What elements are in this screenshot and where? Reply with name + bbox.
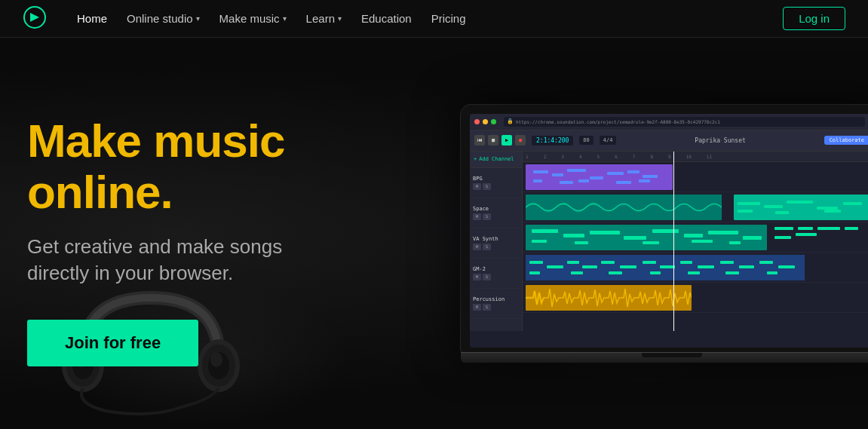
clip-3[interactable] bbox=[526, 225, 767, 250]
svg-rect-67 bbox=[767, 271, 778, 274]
svg-rect-16 bbox=[643, 175, 658, 178]
join-for-free-button[interactable]: Join for free bbox=[27, 320, 198, 366]
track-info-3: VA Synth M S bbox=[470, 228, 522, 259]
nav-item-education[interactable]: Education bbox=[354, 8, 419, 29]
clip-row-3 bbox=[523, 222, 868, 253]
chevron-down-icon: ▾ bbox=[196, 14, 200, 23]
track-info-2: Space M S bbox=[470, 198, 522, 228]
daw-bpm-display: 80 bbox=[579, 136, 593, 145]
laptop: 🔒 https://chrome.soundation.com/project/… bbox=[461, 105, 868, 363]
svg-rect-66 bbox=[725, 271, 739, 274]
solo-btn-2[interactable]: S bbox=[483, 213, 491, 220]
svg-rect-13 bbox=[590, 176, 603, 179]
svg-rect-44 bbox=[692, 240, 713, 243]
mute-btn-1[interactable]: M bbox=[473, 183, 481, 190]
track-info-4: GM-2 M S bbox=[470, 259, 522, 289]
svg-rect-58 bbox=[739, 265, 754, 268]
svg-rect-57 bbox=[720, 261, 734, 264]
play-button[interactable]: ▶ bbox=[501, 135, 512, 146]
hero-content: Make music online. Get creative and make… bbox=[0, 100, 400, 366]
track-panel: + Add Channel BPG M S bbox=[470, 152, 523, 331]
nav-item-online-studio[interactable]: Online studio ▾ bbox=[119, 8, 207, 29]
svg-rect-52 bbox=[620, 265, 636, 268]
svg-rect-36 bbox=[624, 236, 646, 240]
mute-btn-2[interactable]: M bbox=[473, 213, 481, 220]
clip-2b[interactable] bbox=[734, 195, 868, 220]
logo[interactable] bbox=[23, 5, 69, 32]
window-minimize-dot bbox=[483, 119, 488, 124]
svg-rect-35 bbox=[590, 231, 620, 234]
login-button[interactable]: Log in bbox=[783, 7, 845, 30]
nav-links: Home Online studio ▾ Make music ▾ Learn … bbox=[69, 8, 474, 29]
timeline-ruler: 1 2 3 4 5 6 7 8 9 10 bbox=[523, 152, 868, 162]
playhead bbox=[673, 152, 674, 331]
track-info-1: BPG M S bbox=[470, 168, 522, 198]
stop-button[interactable]: ■ bbox=[488, 135, 498, 146]
browser-url-bar: 🔒 https://chrome.soundation.com/project/… bbox=[504, 117, 865, 127]
svg-rect-20 bbox=[616, 181, 631, 184]
svg-rect-39 bbox=[708, 231, 738, 234]
svg-rect-45 bbox=[729, 241, 741, 244]
navbar: Home Online studio ▾ Make music ▾ Learn … bbox=[0, 0, 868, 38]
svg-rect-23 bbox=[734, 195, 868, 220]
solo-btn-1[interactable]: S bbox=[483, 183, 491, 190]
chevron-down-icon: ▾ bbox=[283, 14, 287, 23]
daw-toolbar: ⏮ ■ ▶ ● 2:1:4:200 80 4/4 Paprika Sunset … bbox=[470, 130, 868, 152]
nav-item-pricing[interactable]: Pricing bbox=[424, 8, 474, 29]
solo-btn-3[interactable]: S bbox=[483, 244, 491, 250]
svg-rect-48 bbox=[547, 265, 563, 268]
svg-rect-49 bbox=[567, 261, 579, 264]
mute-btn-4[interactable]: M bbox=[473, 274, 481, 280]
clip-5[interactable] bbox=[526, 285, 692, 311]
svg-rect-64 bbox=[650, 271, 661, 274]
svg-rect-61 bbox=[529, 271, 540, 274]
clip-2[interactable] bbox=[526, 195, 722, 220]
rewind-button[interactable]: ⏮ bbox=[474, 135, 485, 146]
track-name-3: VA Synth bbox=[473, 236, 519, 242]
daw-main-area: + Add Channel BPG M S bbox=[470, 152, 868, 331]
lock-icon: 🔒 bbox=[507, 118, 514, 124]
ruler-mark-2: 2 bbox=[544, 154, 547, 159]
ruler-mark-10: 10 bbox=[686, 154, 692, 159]
clip-row-1 bbox=[523, 162, 868, 192]
add-channel-label: Add Channel bbox=[479, 156, 514, 162]
track-name-4: GM-2 bbox=[473, 266, 519, 272]
svg-rect-41 bbox=[532, 240, 547, 243]
svg-rect-62 bbox=[571, 271, 583, 274]
clip-1[interactable] bbox=[526, 164, 673, 190]
svg-rect-47 bbox=[529, 261, 543, 264]
mute-btn-3[interactable]: M bbox=[473, 244, 481, 250]
midi-notes-right-3 bbox=[771, 225, 868, 250]
laptop-image: 🔒 https://chrome.soundation.com/project/… bbox=[461, 105, 868, 363]
ruler-mark-11: 11 bbox=[707, 154, 712, 159]
nav-item-learn[interactable]: Learn ▾ bbox=[299, 8, 349, 29]
daw-screen: 🔒 https://chrome.soundation.com/project/… bbox=[470, 114, 868, 348]
add-channel-header[interactable]: + Add Channel bbox=[470, 152, 522, 168]
clip-4[interactable] bbox=[526, 255, 805, 280]
ruler-mark-3: 3 bbox=[561, 154, 564, 159]
hero-section: Make music online. Get creative and make… bbox=[0, 38, 868, 429]
window-maximize-dot bbox=[491, 119, 496, 124]
solo-btn-5[interactable]: S bbox=[483, 304, 491, 311]
record-button[interactable]: ● bbox=[515, 135, 526, 146]
svg-rect-43 bbox=[643, 241, 659, 244]
solo-btn-4[interactable]: S bbox=[483, 274, 491, 280]
chevron-down-icon: ▾ bbox=[338, 14, 342, 23]
svg-rect-26 bbox=[787, 201, 813, 204]
svg-rect-30 bbox=[775, 211, 789, 214]
browser-topbar: 🔒 https://chrome.soundation.com/project/… bbox=[470, 114, 868, 130]
mute-btn-5[interactable]: M bbox=[473, 304, 481, 311]
laptop-base bbox=[461, 352, 868, 363]
window-close-dot bbox=[474, 119, 480, 124]
ruler-mark-1: 1 bbox=[526, 154, 529, 159]
ruler-mark-5: 5 bbox=[597, 154, 600, 159]
nav-item-home[interactable]: Home bbox=[69, 8, 115, 29]
svg-rect-59 bbox=[759, 261, 773, 264]
laptop-notch bbox=[642, 353, 702, 357]
svg-rect-54 bbox=[660, 265, 675, 268]
collaborate-button[interactable]: Collaborate bbox=[824, 136, 868, 145]
nav-item-make-music[interactable]: Make music ▾ bbox=[212, 8, 294, 29]
url-text: https://chrome.soundation.com/project/se… bbox=[516, 119, 720, 124]
svg-rect-33 bbox=[532, 229, 558, 233]
ruler-mark-9: 9 bbox=[668, 154, 671, 159]
